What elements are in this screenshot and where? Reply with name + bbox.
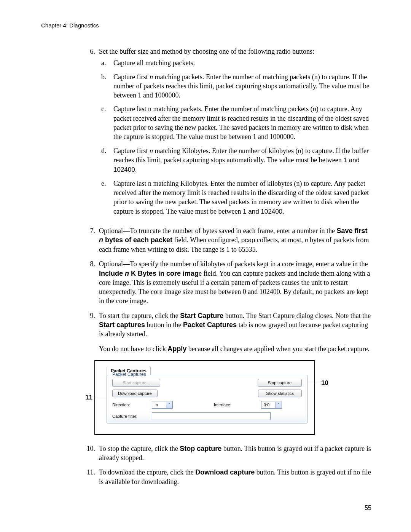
step-11: 11. To download the capture, click the D… xyxy=(83,468,373,486)
instruction-list: 6. Set the buffer size and method by cho… xyxy=(83,47,373,339)
sub-letter: b. xyxy=(99,72,113,100)
packet-captures-panel: Packet Captures Packet Captures Start ca… xyxy=(94,360,315,435)
show-statistics-button[interactable]: Show statistics xyxy=(258,390,302,397)
content-area: 6. Set the buffer size and method by cho… xyxy=(83,47,373,486)
step-6d-text: Capture first n matching Kilobytes. Ente… xyxy=(113,146,373,174)
screenshot-wrapper: 11 10 Packet Captures Packet Captures St… xyxy=(94,360,373,435)
step-6-sublist: a. Capture all matching packets. b. Capt… xyxy=(99,58,373,216)
step-6e-text: Capture last n matching Kilobytes. Enter… xyxy=(113,179,373,216)
step-6d: d. Capture first n matching Kilobytes. E… xyxy=(99,146,373,174)
step-6c-text: Capture last n matching packets. Enter t… xyxy=(113,104,373,141)
step-7-text: Optional—To truncate the number of bytes… xyxy=(99,226,373,254)
step-number: 10. xyxy=(83,444,99,463)
step-6c: c. Capture last n matching packets. Ente… xyxy=(99,104,373,141)
step-9: 9. To start the capture, click the Start… xyxy=(83,311,373,339)
callout-10-label: 10 xyxy=(321,379,328,387)
step-10-text: To stop the capture, click the Stop capt… xyxy=(99,444,373,463)
direction-interface-row: Direction: In ˅ Interface: 0:0 ˅ xyxy=(112,401,302,409)
chevron-down-icon: ˅ xyxy=(275,402,282,408)
direction-label: Direction: xyxy=(112,403,143,407)
step-8: 8. Optional—To specify the number of kil… xyxy=(83,259,373,305)
step-6e: e. Capture last n matching Kilobytes. En… xyxy=(99,179,373,216)
instruction-list-cont: 10. To stop the capture, click the Stop … xyxy=(83,444,373,486)
sub-letter: d. xyxy=(99,146,113,174)
step-number: 8. xyxy=(83,259,99,305)
capture-filter-label: Capture filter: xyxy=(112,414,143,419)
stop-capture-button[interactable]: Stop capture xyxy=(258,379,302,387)
step-6a-text: Capture all matching packets. xyxy=(113,58,373,67)
step-6a: a. Capture all matching packets. xyxy=(99,58,373,67)
step-6b-text: Capture first n matching packets. Enter … xyxy=(113,72,373,100)
button-row-1: Start capture... Stop capture xyxy=(112,379,302,387)
chevron-down-icon: ˅ xyxy=(166,402,172,408)
start-capture-button: Start capture... xyxy=(112,379,160,387)
fieldset-legend: Packet Captures xyxy=(111,372,148,377)
interface-select[interactable]: 0:0 ˅ xyxy=(261,401,282,409)
step-6: 6. Set the buffer size and method by cho… xyxy=(83,47,373,221)
step-number: 11. xyxy=(83,468,99,486)
capture-filter-row: Capture filter: xyxy=(112,412,302,420)
direction-select[interactable]: In ˅ xyxy=(152,401,173,409)
interface-value: 0:0 xyxy=(261,403,275,407)
step-number: 6. xyxy=(83,47,99,221)
step-10: 10. To stop the capture, click the Stop … xyxy=(83,444,373,463)
sub-letter: a. xyxy=(99,58,113,67)
running-header: Chapter 4: Diagnostics xyxy=(41,22,373,29)
page: Chapter 4: Diagnostics 6. Set the buffer… xyxy=(0,0,411,532)
step-8-text: Optional—To specify the number of kiloby… xyxy=(99,259,373,305)
button-row-2: Download capture Show statistics xyxy=(112,390,302,397)
apply-note: You do not have to click Apply because a… xyxy=(99,344,373,353)
download-capture-button[interactable]: Download capture xyxy=(112,390,158,397)
step-7: 7. Optional—To truncate the number of by… xyxy=(83,226,373,254)
step-6-intro: Set the buffer size and method by choosi… xyxy=(99,48,314,55)
packet-captures-fieldset: Packet Captures Start capture... Stop ca… xyxy=(107,375,307,423)
capture-filter-input[interactable] xyxy=(152,412,271,420)
direction-value: In xyxy=(152,403,166,407)
step-number: 9. xyxy=(83,311,99,339)
step-9-text: To start the capture, click the Start Ca… xyxy=(99,311,373,339)
sub-letter: e. xyxy=(99,179,113,216)
step-6b: b. Capture first n matching packets. Ent… xyxy=(99,72,373,100)
step-number: 7. xyxy=(83,226,99,254)
interface-label: Interface: xyxy=(214,403,231,407)
sub-letter: c. xyxy=(99,104,113,141)
page-number: 55 xyxy=(365,505,371,511)
callout-11-label: 11 xyxy=(85,394,92,401)
step-11-text: To download the capture, click the Downl… xyxy=(99,468,373,486)
